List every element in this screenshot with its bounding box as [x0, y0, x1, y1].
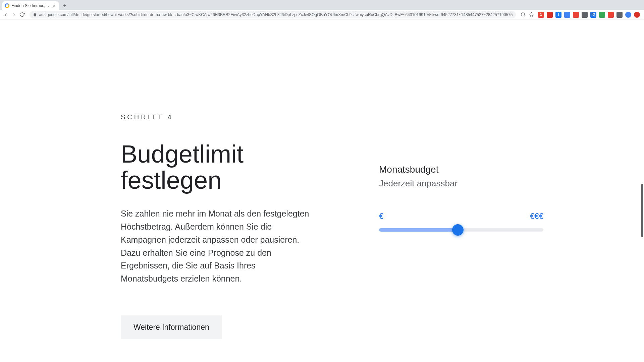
extensions-area: 1 f IQ: [537, 12, 641, 18]
browser-toolbar: ads.google.com/intl/de_de/getstarted/how…: [0, 10, 644, 19]
ext-icon-1[interactable]: 1: [538, 12, 544, 18]
svg-marker-2: [529, 12, 534, 16]
description-text: Sie zahlen nie mehr im Monat als den fes…: [121, 207, 312, 285]
page-content: SCHRITT 4 Budgetlimit festlegen Sie zahl…: [0, 19, 644, 362]
widget-title: Monatsbudget: [379, 164, 543, 175]
ext-icon-4[interactable]: [564, 12, 570, 18]
ext-icon-8[interactable]: [599, 12, 605, 18]
close-tab-icon[interactable]: ×: [52, 3, 56, 8]
ext-icon-12[interactable]: [634, 12, 640, 18]
ads-favicon: [5, 3, 9, 8]
more-info-button[interactable]: Weitere Informationen: [121, 315, 222, 339]
ext-icon-5[interactable]: [573, 12, 579, 18]
slider-thumb[interactable]: [452, 224, 464, 236]
ext-icon-11[interactable]: [625, 12, 631, 18]
ext-icon-2[interactable]: [547, 12, 553, 18]
reload-button[interactable]: [19, 11, 26, 18]
tab-title: Finden Sie heraus, wie Sie mi: [11, 3, 50, 8]
text-column: SCHRITT 4 Budgetlimit festlegen Sie zahl…: [121, 113, 312, 339]
slider-max-label: €€€: [530, 212, 543, 221]
ext-icon-9[interactable]: [608, 12, 614, 18]
step-label: SCHRITT 4: [121, 113, 312, 121]
lock-icon: [33, 13, 37, 17]
address-bar[interactable]: ads.google.com/intl/de_de/getstarted/how…: [30, 11, 516, 18]
svg-point-0: [521, 13, 525, 16]
browser-tab[interactable]: Finden Sie heraus, wie Sie mi ×: [2, 1, 59, 10]
zoom-icon[interactable]: [520, 11, 526, 18]
forward-button[interactable]: [11, 11, 17, 18]
slider-min-label: €: [379, 212, 383, 221]
star-icon[interactable]: [528, 11, 535, 18]
new-tab-button[interactable]: +: [61, 2, 68, 9]
ext-icon-3[interactable]: f: [555, 12, 561, 18]
tab-strip: Finden Sie heraus, wie Sie mi × +: [0, 0, 644, 10]
budget-widget: Monatsbudget Jederzeit anpassbar € €€€: [379, 113, 543, 339]
slider-labels: € €€€: [379, 212, 543, 221]
scrollbar[interactable]: [641, 184, 643, 237]
ext-icon-7[interactable]: IQ: [590, 12, 596, 18]
ext-icon-6[interactable]: [582, 12, 588, 18]
svg-line-1: [524, 15, 525, 16]
back-button[interactable]: [3, 11, 9, 18]
ext-icon-10[interactable]: [616, 12, 623, 18]
page-heading: Budgetlimit festlegen: [121, 141, 312, 193]
budget-slider[interactable]: [379, 228, 543, 232]
slider-fill: [379, 228, 458, 232]
url-text: ads.google.com/intl/de_de/getstarted/how…: [39, 12, 513, 17]
browser-chrome: Finden Sie heraus, wie Sie mi × + ads.go…: [0, 0, 644, 19]
widget-subtitle: Jederzeit anpassbar: [379, 178, 543, 189]
